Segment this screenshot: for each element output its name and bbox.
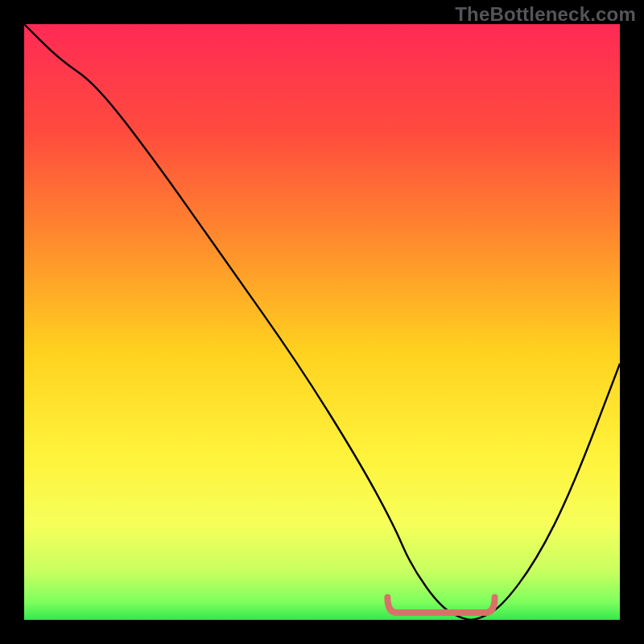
watermark-text: TheBottleneck.com: [455, 3, 636, 26]
bottleneck-chart: [0, 0, 644, 644]
gradient-background: [24, 24, 620, 620]
chart-container: { "watermark": "TheBottleneck.com", "cha…: [0, 0, 644, 644]
